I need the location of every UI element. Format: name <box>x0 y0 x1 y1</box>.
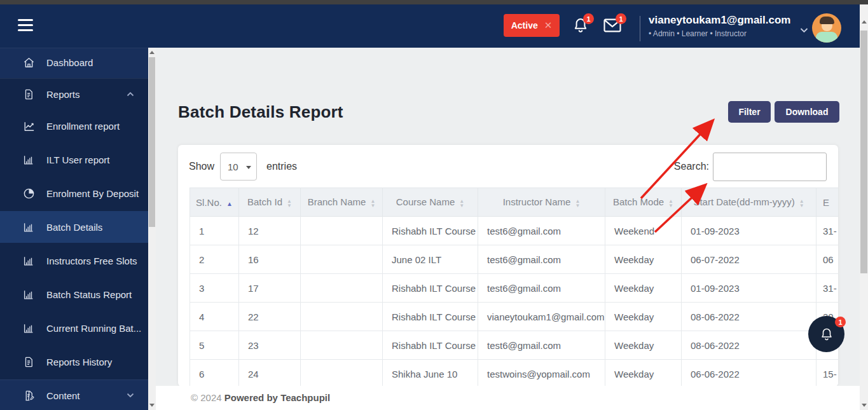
sidebar-item-label: Batch Details <box>46 222 102 233</box>
table-cell: 1 <box>190 217 239 245</box>
sort-both-icon: ▲▼ <box>575 199 580 208</box>
close-icon[interactable]: ✕ <box>544 20 553 31</box>
column-header-e[interactable]: E <box>816 188 839 217</box>
notifications-button[interactable]: 1 <box>572 17 591 36</box>
chevron-down-icon <box>246 166 251 169</box>
menu-toggle-icon[interactable] <box>18 19 33 31</box>
table-cell: test6@gmail.com <box>478 331 605 360</box>
sidebar-item-reports[interactable]: Reports <box>0 78 148 110</box>
header-divider <box>640 16 640 41</box>
table-cell <box>301 303 383 331</box>
sort-both-icon: ▲▼ <box>799 199 804 208</box>
scroll-up-arrow[interactable] <box>862 20 867 24</box>
floating-notification-button[interactable]: 1 <box>808 316 844 352</box>
column-header-sl-no[interactable]: Sl.No.▲ <box>190 188 239 217</box>
download-button[interactable]: Download <box>775 101 839 123</box>
chevron-down-icon <box>127 393 134 398</box>
table-cell: 5 <box>190 331 239 360</box>
pie-chart-icon <box>23 187 36 200</box>
table-cell: Weekday <box>605 360 682 387</box>
sidebar-item-dashboard[interactable]: Dashboard <box>0 46 148 78</box>
table-cell: Weekday <box>605 331 682 360</box>
sidebar-item-label: Batch Status Report <box>46 289 132 300</box>
column-header-course-name[interactable]: Course Name▲▼ <box>383 188 478 217</box>
column-header-instructor-name[interactable]: Instructor Name▲▼ <box>478 188 605 217</box>
table-cell <box>301 274 383 303</box>
main-content: Batch Details Report Filter Download Sho… <box>156 48 860 410</box>
sort-both-icon: ▲▼ <box>370 199 375 208</box>
user-menu[interactable]: vianeytoukam1@gmail.com • Admin • Learne… <box>649 13 796 38</box>
table-row: 112Rishabh ILT Coursetest6@gmail.comWeek… <box>190 217 839 245</box>
search-input[interactable] <box>713 153 827 181</box>
content-edit-icon <box>23 389 36 402</box>
notifications-badge: 1 <box>583 13 594 24</box>
sidebar-item-reports-history[interactable]: Reports History <box>0 346 148 378</box>
page-size-select[interactable]: 10 <box>220 153 257 181</box>
sidebar-item-label: Reports <box>46 89 80 100</box>
bar-chart-icon <box>23 153 36 166</box>
column-header-branch-name[interactable]: Branch Name▲▼ <box>301 188 383 217</box>
bar-chart-icon <box>23 322 36 334</box>
column-header-start-date-dd-mm-yyyy[interactable]: Start Date(dd-mm-yyyy)▲▼ <box>682 188 816 217</box>
sort-both-icon: ▲▼ <box>668 199 673 208</box>
table-row: 216June 02 ILTtest6@gmail.comWeekday06-0… <box>190 245 839 274</box>
sidebar-item-batch-status-report[interactable]: Batch Status Report <box>0 278 148 310</box>
sidebar-item-batch-details[interactable]: Batch Details <box>0 211 148 243</box>
page-scrollbar[interactable] <box>860 4 868 410</box>
table-cell: June 02 ILT <box>383 245 478 274</box>
sidebar-item-current-running-bat[interactable]: Current Running Bat... <box>0 312 148 344</box>
column-header-label: Course Name <box>396 196 455 207</box>
user-email: vianeytoukam1@gmail.com <box>649 13 796 27</box>
table-cell: Rishabh ILT Course <box>383 217 478 245</box>
table-row: 422Rishabh ILT Coursevianeytoukam1@gmail… <box>190 303 839 331</box>
table-cell: 06-07-2022 <box>682 245 816 274</box>
filter-button[interactable]: Filter <box>728 101 771 123</box>
scrollbar-thumb[interactable] <box>860 31 867 273</box>
table-cell <box>301 245 383 274</box>
sidebar-item-content[interactable]: Content <box>0 379 148 410</box>
table-cell: 22 <box>239 303 301 331</box>
scroll-down-arrow[interactable] <box>149 404 155 407</box>
column-header-label: Instructor Name <box>503 196 571 207</box>
table-cell: vianeytoukam1@gmail.com <box>478 303 605 331</box>
scrollbar-thumb[interactable] <box>149 57 155 227</box>
table-row: 523Rishabh ILT Coursetest6@gmail.comWeek… <box>190 331 839 360</box>
scroll-up-arrow[interactable] <box>149 51 155 54</box>
sidebar-item-instructors-free-slots[interactable]: Instructors Free Slots <box>0 245 148 277</box>
sidebar-item-enrolment-by-deposit[interactable]: Enrolment By Deposit <box>0 177 148 209</box>
table-cell: Shikha June 10 <box>383 360 478 387</box>
table-cell: 17 <box>239 274 301 303</box>
sidebar-item-label: Current Running Bat... <box>46 323 141 334</box>
column-header-batch-mode[interactable]: Batch Mode▲▼ <box>605 188 682 217</box>
floating-bell-badge: 1 <box>835 317 846 327</box>
scroll-down-arrow[interactable] <box>862 404 867 407</box>
column-header-label: Batch Mode <box>613 196 664 207</box>
table-cell: 01-09-2023 <box>682 217 816 245</box>
table-cell: 16 <box>239 245 301 274</box>
table-cell: 31- <box>816 274 839 303</box>
column-header-label: Sl.No. <box>196 197 222 208</box>
column-header-batch-id[interactable]: Batch Id▲▼ <box>239 188 301 217</box>
sidebar-item-label: Enrollment report <box>46 121 120 132</box>
chevron-down-icon[interactable] <box>800 24 808 36</box>
column-header-label: Branch Name <box>308 196 366 207</box>
sidebar-item-enrollment-report[interactable]: Enrollment report <box>0 110 148 142</box>
line-chart-icon <box>23 120 36 132</box>
table-cell <box>301 360 383 387</box>
avatar-shirt <box>816 32 837 43</box>
column-header-label: E <box>823 197 829 208</box>
active-status-button[interactable]: Active ✕ <box>504 14 560 37</box>
table-cell: 01-09-2023 <box>682 274 816 303</box>
table-cell: 31- <box>816 217 839 245</box>
table-cell: 3 <box>190 274 239 303</box>
bar-chart-icon <box>23 254 36 267</box>
sidebar-item-ilt-user-report[interactable]: ILT User report <box>0 144 148 175</box>
messages-button[interactable]: 1 <box>603 18 622 37</box>
table-cell: 4 <box>190 303 239 331</box>
table-row: 624Shikha June 10testwoins@yopmail.comWe… <box>190 360 839 387</box>
table-cell <box>301 331 383 360</box>
avatar[interactable] <box>812 13 841 43</box>
report-document-icon <box>23 88 36 100</box>
messages-badge: 1 <box>616 13 626 24</box>
content-scrollbar[interactable] <box>148 48 156 410</box>
